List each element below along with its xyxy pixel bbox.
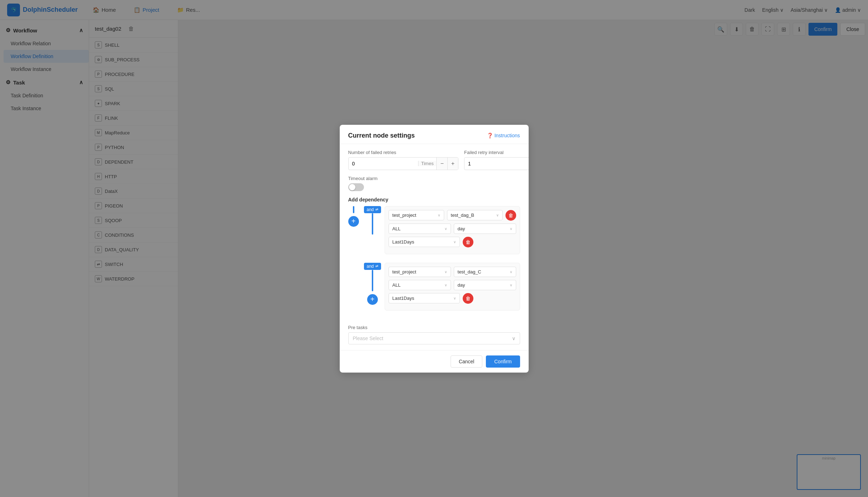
dep-and-button-2[interactable]: and ⇌ <box>364 263 381 270</box>
dep-left-rail: + <box>348 206 359 227</box>
retry-interval-input-group: Minute − + <box>464 157 528 170</box>
dep-project-select-1[interactable]: test_project ∨ <box>389 210 444 220</box>
dep-delete-inner-button-2[interactable]: 🗑 <box>463 293 473 304</box>
retry-interval-input[interactable] <box>464 158 528 169</box>
failed-retries-group: Number of failed retries Times − + <box>348 150 459 170</box>
dep-group1-line <box>372 213 373 235</box>
chevron-down-icon-1: ∨ <box>438 213 440 217</box>
dep-group2-cards: test_project ∨ test_dag_C ∨ <box>385 263 520 313</box>
dep-dag-select-2[interactable]: test_dag_C ∨ <box>454 267 516 277</box>
timeout-alarm-group: Timeout alarm <box>348 176 520 191</box>
modal-overlay: Current node settings ❓ Instructions Num… <box>0 0 868 497</box>
chevron-down-icon-7: ∨ <box>510 270 512 274</box>
chevron-down-icon-10: ∨ <box>453 296 456 300</box>
switch-icon-2: ⇌ <box>375 264 378 268</box>
dep-daterange-select-1[interactable]: Last1Days ∨ <box>389 237 460 247</box>
dep-daterange-select-2[interactable]: Last1Days ∨ <box>389 293 460 303</box>
retry-interval-group: Failed retry interval Minute − + <box>464 150 528 170</box>
add-dependency-title: Add dependency <box>348 197 520 203</box>
timeout-toggle-wrap <box>348 183 520 191</box>
instructions-link[interactable]: ❓ Instructions <box>487 133 520 138</box>
modal-header: Current node settings ❓ Instructions <box>340 125 529 144</box>
chevron-down-icon-5: ∨ <box>453 240 456 244</box>
dep-and-button-1[interactable]: and ⇌ <box>364 206 381 213</box>
add-condition-button[interactable]: + <box>367 294 378 305</box>
chevron-down-icon-2: ∨ <box>496 213 499 217</box>
retries-decrement[interactable]: − <box>436 158 447 170</box>
switch-icon-1: ⇌ <box>375 207 378 211</box>
dep-project-select-2[interactable]: test_project ∨ <box>389 267 451 277</box>
dep-condition-2-mid-row: ALL ∨ day ∨ <box>389 280 516 290</box>
chevron-down-icon-pretasks: ∨ <box>512 335 515 341</box>
retries-unit: Times <box>418 161 437 166</box>
failed-retries-label: Number of failed retries <box>348 150 459 155</box>
retry-interval-label: Failed retry interval <box>464 150 528 155</box>
retries-row: Number of failed retries Times − + Faile… <box>348 150 520 170</box>
modal-footer: Cancel Confirm <box>340 350 529 373</box>
dep-delete-button-1[interactable]: 🗑 <box>505 210 516 221</box>
add-dep-group-button[interactable]: + <box>348 216 359 227</box>
chevron-down-icon-3: ∨ <box>445 227 447 231</box>
dep-condition-1-date-row: Last1Days ∨ 🗑 <box>389 237 516 247</box>
confirm-button[interactable]: Confirm <box>486 355 520 368</box>
dep-relation-select-2[interactable]: ALL ∨ <box>389 280 451 290</box>
dep-groups-container: and ⇌ test_project <box>364 206 520 319</box>
dep-condition-1-top-row: test_project ∨ test_dag_B ∨ 🗑 <box>389 210 516 221</box>
dep-condition-2-top-row: test_project ∨ test_dag_C ∨ <box>389 267 516 277</box>
dep-delete-inner-button-1[interactable]: 🗑 <box>463 237 473 247</box>
dep-period-select-2[interactable]: day ∨ <box>454 280 516 290</box>
instructions-label: Instructions <box>494 133 520 138</box>
pre-tasks-section: Pre tasks Please Select ∨ <box>348 325 520 344</box>
dep-condition-1: test_project ∨ test_dag_B ∨ 🗑 <box>385 206 520 254</box>
pre-tasks-select[interactable]: Please Select ∨ <box>348 332 520 344</box>
dep-outer: + and ⇌ <box>348 206 520 319</box>
failed-retries-input[interactable] <box>349 158 418 169</box>
pre-tasks-placeholder: Please Select <box>353 335 384 341</box>
dep-group1-cards: test_project ∨ test_dag_B ∨ 🗑 <box>385 206 520 257</box>
cancel-button[interactable]: Cancel <box>451 355 483 368</box>
chevron-down-icon-6: ∨ <box>445 270 447 274</box>
chevron-down-icon-4: ∨ <box>510 227 512 231</box>
dep-group-2: and ⇌ + <box>364 263 520 313</box>
dep-left-line <box>353 206 354 213</box>
modal-body: Number of failed retries Times − + Faile… <box>340 144 529 350</box>
dep-relation-select-1[interactable]: ALL ∨ <box>389 224 451 234</box>
failed-retries-input-group: Times − + <box>348 157 459 170</box>
timeout-toggle[interactable] <box>348 183 364 191</box>
toggle-knob <box>349 184 355 190</box>
add-dependency-section: Add dependency + and <box>348 197 520 319</box>
dep-group2-rail: and ⇌ + <box>364 263 381 305</box>
modal-dialog: Current node settings ❓ Instructions Num… <box>340 125 529 373</box>
chevron-down-icon-9: ∨ <box>510 283 512 287</box>
dep-group-1: and ⇌ test_project <box>364 206 520 257</box>
timeout-alarm-label: Timeout alarm <box>348 176 520 181</box>
dep-period-select-1[interactable]: day ∨ <box>454 224 516 234</box>
pre-tasks-label: Pre tasks <box>348 325 520 330</box>
dep-group1-rail: and ⇌ <box>364 206 381 235</box>
chevron-down-icon-8: ∨ <box>445 283 447 287</box>
question-icon: ❓ <box>487 133 493 138</box>
dep-condition-2-date-row: Last1Days ∨ 🗑 <box>389 293 516 304</box>
dep-condition-2: test_project ∨ test_dag_C ∨ <box>385 263 520 311</box>
dep-group2-line <box>372 270 373 291</box>
dep-condition-1-mid-row: ALL ∨ day ∨ <box>389 224 516 234</box>
modal-title: Current node settings <box>348 132 415 139</box>
retries-increment[interactable]: + <box>447 158 458 170</box>
dep-dag-select-1[interactable]: test_dag_B ∨ <box>447 210 503 220</box>
